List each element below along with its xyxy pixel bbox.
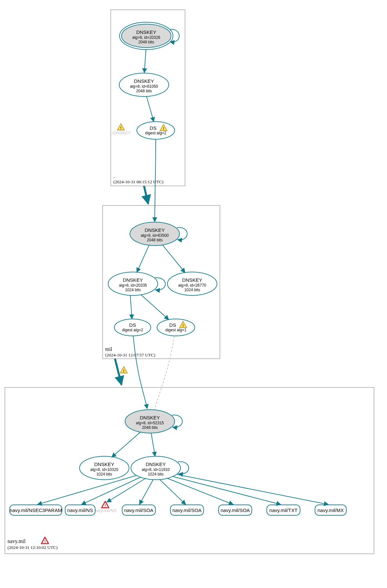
node-navy-ksk-title: DNSKEY	[140, 415, 160, 420]
node-navy-ds2-title: DS	[129, 322, 136, 328]
error-icon[interactable]	[102, 501, 109, 508]
node-mil-ksk-alg: alg=8, id=63500	[141, 233, 169, 238]
edge-milzsk1-ds1	[141, 294, 169, 320]
node-navy-zsk2-alg: alg=8, id=11910	[142, 467, 170, 472]
zone-box-navy	[5, 387, 374, 554]
delegation-mil-navy	[115, 359, 122, 385]
rrset-txt[interactable]: navy.mil/TXT	[267, 505, 300, 515]
rr-label: navy.mil/TXT	[269, 507, 297, 513]
edge-ds1-navyksk	[155, 336, 174, 409]
error-icon[interactable]	[41, 537, 49, 544]
rr-label: navy.mil/NSEC3PARAM	[10, 507, 62, 513]
edge	[81, 477, 141, 505]
ghost-navy-ns: navy.mil/NS	[94, 508, 117, 513]
edge	[139, 480, 153, 505]
edge-navyksk-zsk2	[151, 433, 155, 456]
rrset-nsec3param[interactable]: navy.mil/NSEC3PARAM	[10, 505, 62, 515]
rr-label: navy.mil/NS	[67, 507, 93, 513]
node-navy-ds1-title: DS	[169, 322, 176, 328]
node-navy-ds2-alg: digest alg=2	[122, 328, 143, 332]
edge	[167, 478, 233, 505]
edge	[173, 476, 281, 505]
edge-milksk-zsk2	[162, 245, 185, 273]
edge-rootzsk-milds	[147, 97, 154, 122]
warning-icon[interactable]	[120, 367, 127, 373]
node-mil-zsk1-title: DNSKEY	[123, 277, 143, 283]
zone-label-navy: navy.mil	[7, 538, 26, 544]
edge-ds2-navyksk	[133, 336, 147, 409]
node-navy-ds2[interactable]: DS digest alg=2	[114, 319, 151, 336]
node-navy-ksk-alg: alg=8, id=52315	[136, 421, 164, 425]
rr-label: navy.mil/SOA	[221, 507, 250, 513]
node-mil-ds[interactable]: DS digest alg=2	[137, 122, 175, 139]
node-navy-zsk1-bits: 1024 bits	[96, 472, 112, 476]
delegation-root-mil	[144, 186, 148, 204]
zone-ts-mil: (2024-10-31 12:07:57 UTC)	[105, 353, 155, 357]
zone-ts-navy: (2024-10-31 12:10:02 UTC)	[7, 545, 58, 550]
edge	[177, 475, 328, 505]
zone-label-mil: mil	[105, 346, 112, 352]
rr-label: navy.mil/SOA	[124, 507, 153, 513]
rr-label: navy.mil/MX	[318, 507, 344, 513]
node-navy-ksk-bits: 2048 bits	[142, 425, 158, 430]
rrset-soa-3[interactable]: navy.mil/SOA	[219, 505, 252, 515]
rr-label: navy.mil/SOA	[172, 507, 202, 513]
node-root-ksk-title: DNSKEY	[136, 29, 156, 35]
edge-milzsk1-ds2	[130, 295, 132, 319]
zone-ts-root: (2024-10-31 08:15:12 UTC)	[113, 179, 164, 184]
node-mil-zsk1-alg: alg=8, id=20335	[119, 283, 147, 288]
node-navy-zsk1[interactable]: DNSKEY alg=8, id=10320 1024 bits	[79, 456, 129, 480]
zone-label-root: .	[113, 173, 115, 179]
node-mil-zsk2[interactable]: DNSKEY alg=8, id=26770 1024 bits	[167, 272, 217, 295]
node-mil-zsk2-title: DNSKEY	[182, 277, 202, 283]
edge-navyksk-zsk1	[112, 432, 141, 457]
dnssec-graph: ! ! . (2024-10-31 08:15:12 UTC) DNSKEY a…	[0, 0, 387, 588]
node-navy-zsk1-alg: alg=8, id=10320	[90, 467, 118, 472]
edge-milksk-zsk1	[137, 245, 149, 272]
edge-rootksk-rootzsk	[144, 50, 146, 73]
node-navy-zsk1-title: DNSKEY	[94, 461, 114, 467]
warning-icon[interactable]	[117, 124, 124, 130]
node-root-zsk-title: DNSKEY	[134, 78, 154, 84]
rrset-soa-2[interactable]: navy.mil/SOA	[170, 505, 204, 515]
rrset-ns[interactable]: navy.mil/NS	[65, 505, 95, 515]
edge	[37, 475, 136, 505]
node-mil-ksk[interactable]: DNSKEY alg=8, id=63500 2048 bits	[130, 222, 179, 246]
node-root-ksk[interactable]: DNSKEY alg=8, id=20326 2048 bits	[120, 22, 173, 50]
node-navy-ksk[interactable]: DNSKEY alg=8, id=52315 2048 bits	[125, 410, 175, 433]
ghost-root-dnskey: ./DNSKEY	[111, 130, 131, 135]
node-mil-ds-title: DS	[150, 125, 157, 131]
node-navy-zsk2-bits: 1024 bits	[148, 472, 164, 476]
edge	[160, 479, 186, 505]
rrset-soa-1[interactable]: navy.mil/SOA	[122, 505, 155, 515]
node-root-zsk-alg: alg=8, id=61050	[130, 84, 158, 89]
node-mil-ksk-bits: 2048 bits	[147, 238, 163, 242]
node-mil-ksk-title: DNSKEY	[145, 227, 165, 233]
rrset-mx[interactable]: navy.mil/MX	[315, 505, 346, 515]
node-mil-ds-alg: digest alg=2	[145, 131, 166, 135]
node-mil-zsk2-bits: 1024 bits	[184, 288, 200, 292]
node-navy-zsk2-title: DNSKEY	[146, 461, 166, 467]
node-navy-ds1-alg: digest alg=1	[165, 328, 186, 332]
node-mil-zsk2-alg: alg=8, id=26770	[178, 283, 206, 288]
node-root-ksk-bits: 2048 bits	[138, 40, 154, 44]
node-root-ksk-alg: alg=8, id=20326	[132, 35, 160, 40]
node-root-zsk[interactable]: DNSKEY alg=8, id=61050 2048 bits	[119, 73, 169, 97]
node-mil-zsk1[interactable]: DNSKEY alg=8, id=20335 1024 bits	[108, 272, 158, 295]
node-navy-zsk2[interactable]: DNSKEY alg=8, id=11910 1024 bits	[131, 456, 180, 480]
node-mil-zsk1-bits: 1024 bits	[125, 288, 141, 292]
node-root-zsk-bits: 2048 bits	[136, 89, 152, 93]
node-navy-ds1[interactable]: DS digest alg=1	[157, 319, 195, 336]
